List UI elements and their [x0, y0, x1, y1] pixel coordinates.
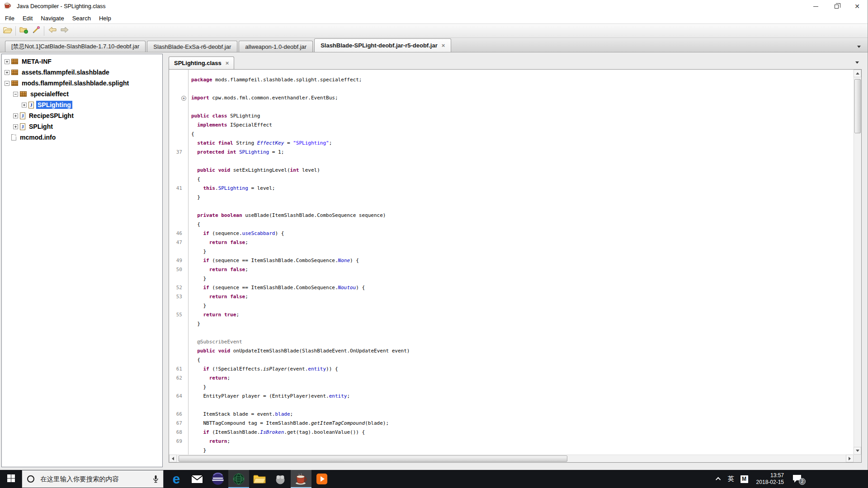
- taskbar-gray-app-icon[interactable]: [270, 470, 291, 488]
- taskbar-globe-browser-icon[interactable]: [228, 470, 249, 488]
- code-token: level): [299, 167, 320, 173]
- tree-item-RecipeSPLight[interactable]: JRecipeSPLight: [2, 110, 162, 121]
- collapse-toggle-icon[interactable]: [5, 81, 9, 86]
- search-button[interactable]: [30, 25, 42, 37]
- expand-toggle-icon[interactable]: [5, 70, 9, 75]
- scroll-left-button[interactable]: [169, 455, 177, 462]
- horizontal-scrollbar[interactable]: [169, 455, 854, 462]
- tree-item-specialeffect[interactable]: specialeffect: [2, 89, 162, 99]
- source-tab[interactable]: SPLighting.class ×: [169, 56, 234, 69]
- line-number: 47: [169, 238, 188, 247]
- jar-tab-1[interactable]: [禁忌Not.1]CatBlade-SlashBlade-1.7.10-deob…: [5, 41, 146, 52]
- source-tabbar: SPLighting.class ×: [169, 54, 862, 69]
- search-pen-icon: [32, 26, 40, 36]
- code-token: (sequence.: [209, 230, 242, 236]
- ime-language-indicator[interactable]: 英: [728, 475, 734, 483]
- taskbar-jd-gui-icon[interactable]: [291, 470, 311, 488]
- tree-item-label: SPLighting: [36, 101, 72, 109]
- start-button[interactable]: [0, 470, 22, 488]
- java-class-icon: J: [28, 102, 34, 108]
- code-token: [191, 375, 209, 381]
- line-number: 55: [169, 310, 188, 319]
- tree-item-META-INF[interactable]: META-INF: [2, 56, 162, 67]
- forward-button[interactable]: [58, 25, 71, 37]
- code-token: return: [209, 375, 227, 381]
- jar-tab-overflow-button[interactable]: [856, 43, 862, 50]
- code-token: if: [203, 366, 209, 372]
- code-token: int: [290, 167, 299, 173]
- action-center-button[interactable]: 2: [792, 474, 804, 484]
- taskbar-search[interactable]: [22, 470, 164, 488]
- menu-item-help[interactable]: Help: [95, 14, 115, 23]
- jar-tab-2[interactable]: SlashBlade-ExSa-r6-deobf.jar: [147, 41, 237, 52]
- code-line: implements ISpecialEffect: [169, 121, 854, 130]
- search-input[interactable]: [40, 475, 137, 483]
- code-line: 41 this.SPLighting = level;: [169, 184, 854, 193]
- code-token: {: [191, 131, 194, 137]
- code-line: 52 if (sequence == ItemSlashBlade.ComboS…: [169, 283, 854, 292]
- tree-item-mcmod.info[interactable]: mcmod.info: [2, 132, 162, 143]
- vertical-scrollbar[interactable]: [854, 70, 861, 455]
- tab-close-icon[interactable]: ×: [442, 42, 445, 48]
- code-line: }: [169, 193, 854, 202]
- menu-item-navigate[interactable]: Navigate: [37, 14, 68, 23]
- close-button[interactable]: ✕: [847, 0, 868, 13]
- code-token: (ItemSlashBlade.: [209, 429, 260, 435]
- tree-item-mods.flammpfeil.slashblade.splight[interactable]: mods.flammpfeil.slashblade.splight: [2, 78, 162, 89]
- notification-badge: 2: [799, 478, 806, 485]
- ime-mode-indicator[interactable]: M: [741, 475, 748, 483]
- line-number: 67: [169, 419, 188, 428]
- minimize-button[interactable]: [805, 0, 826, 13]
- code-text: if (sequence == ItemSlashBlade.ComboSequ…: [188, 258, 359, 263]
- scroll-right-button[interactable]: [846, 455, 854, 462]
- window-title: Java Decompiler - SPLighting.class: [17, 3, 106, 9]
- expand-toggle-icon[interactable]: [5, 59, 9, 64]
- tray-expand-icon[interactable]: [716, 477, 721, 482]
- tree-item-SPLighting[interactable]: JSPLighting: [2, 99, 162, 110]
- expand-toggle-icon[interactable]: [22, 103, 27, 108]
- code-text: [188, 158, 191, 164]
- source-tab-overflow-button[interactable]: [854, 59, 860, 66]
- menu-item-file[interactable]: File: [1, 14, 19, 23]
- expand-toggle-icon[interactable]: [13, 113, 18, 118]
- fold-expand-icon[interactable]: +: [181, 96, 186, 101]
- code-token: public: [197, 167, 215, 173]
- tree-item-assets.flammpfeil.slashblade[interactable]: assets.flammpfeil.slashblade: [2, 67, 162, 78]
- scroll-down-button[interactable]: [854, 447, 861, 455]
- package-icon: [11, 80, 18, 86]
- back-button[interactable]: [46, 25, 58, 37]
- code-line: 55 return true;: [169, 310, 854, 319]
- code-line: 50 return false;: [169, 265, 854, 274]
- taskbar-mail-icon[interactable]: [187, 470, 208, 488]
- open-file-button[interactable]: [1, 25, 14, 37]
- tree-item-SPLight[interactable]: JSPLight: [2, 121, 162, 132]
- code-line: 67 NBTTagCompound tag = ItemSlashBlade.g…: [169, 419, 854, 428]
- code-token: .get(tag).booleanValue()) {: [284, 429, 365, 435]
- line-number: 53: [169, 292, 188, 301]
- code-line: }: [169, 274, 854, 283]
- taskbar-media-player-icon[interactable]: [311, 470, 332, 488]
- code-token: int: [227, 149, 236, 155]
- tab-close-icon[interactable]: ×: [226, 60, 229, 66]
- taskbar-file-explorer-icon[interactable]: [249, 470, 270, 488]
- jar-tab-4[interactable]: SlashBlade-SPLight-deobf.jar-r5-deobf.ja…: [314, 38, 451, 52]
- taskbar-eclipse-icon[interactable]: [208, 470, 228, 488]
- menu-item-edit[interactable]: Edit: [19, 14, 37, 23]
- scroll-up-button[interactable]: [854, 70, 861, 77]
- line-number: 41: [169, 184, 188, 193]
- microphone-icon[interactable]: [153, 475, 159, 485]
- code-text: {: [188, 221, 200, 227]
- taskbar-edge-icon[interactable]: e: [166, 470, 187, 488]
- vertical-scrollbar-thumb[interactable]: [854, 79, 861, 133]
- horizontal-scrollbar-thumb[interactable]: [179, 455, 567, 462]
- jar-tab-3[interactable]: allweapon-1.0-deobf.jar: [239, 41, 313, 52]
- code-text: ItemStack blade = event.blade;: [188, 411, 293, 417]
- menu-item-search[interactable]: Search: [68, 14, 95, 23]
- open-type-button[interactable]: [18, 25, 30, 37]
- restore-button[interactable]: [826, 0, 847, 13]
- code-token: getItemTagCompound: [311, 420, 365, 426]
- expand-toggle-icon[interactable]: [13, 124, 18, 129]
- clock[interactable]: 13:57 2018-02-15: [756, 472, 784, 486]
- code-token: (event.: [287, 366, 308, 372]
- collapse-toggle-icon[interactable]: [13, 92, 18, 97]
